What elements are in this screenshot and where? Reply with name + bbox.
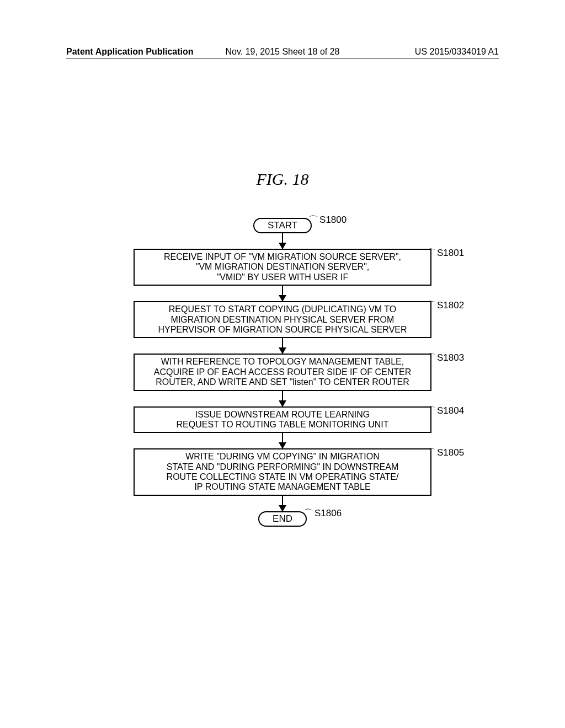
flow-arrow-icon — [282, 433, 283, 448]
flow-step-4-wrap: ISSUE DOWNSTREAM ROUTE LEARNINGREQUEST T… — [134, 406, 431, 433]
bracket-icon: ⌒ — [426, 249, 436, 257]
flow-arrow-icon — [282, 496, 283, 511]
bracket-icon: ⌒ — [426, 354, 436, 362]
bracket-icon: ⌒ — [426, 302, 436, 309]
step-id: S1805 — [437, 447, 464, 458]
flow-step-5-wrap: WRITE "DURING VM COPYING" IN MIGRATIONST… — [134, 448, 431, 496]
step-id: S1800 — [319, 215, 347, 226]
step-label-5: ⌒ S1805 — [426, 447, 464, 458]
bracket-icon: ⌒ — [303, 510, 313, 517]
flow-arrow-icon — [282, 233, 283, 249]
flow-step-1-wrap: RECEIVE INPUT OF "VM MIGRATION SOURCE SE… — [134, 249, 431, 286]
flow-arrow-icon — [282, 338, 283, 354]
flow-end-wrap: END ⌒ S1806 — [258, 511, 307, 527]
bracket-icon: ⌒ — [426, 449, 436, 457]
header-date-sheet: Nov. 19, 2015 Sheet 18 of 28 — [226, 47, 340, 57]
flow-step-3: WITH REFERENCE TO TOPOLOGY MANAGEMENT TA… — [134, 354, 431, 390]
step-id: S1803 — [437, 352, 464, 363]
bracket-icon: ⌒ — [426, 407, 436, 415]
step-id: S1806 — [315, 508, 342, 519]
flow-start-wrap: START ⌒ S1800 — [253, 218, 312, 233]
flow-step-4: ISSUE DOWNSTREAM ROUTE LEARNINGREQUEST T… — [134, 406, 431, 433]
step-id: S1802 — [437, 300, 464, 311]
step-id: S1801 — [437, 248, 464, 259]
flow-step-3-wrap: WITH REFERENCE TO TOPOLOGY MANAGEMENT TA… — [134, 354, 431, 390]
header-publication: Patent Application Publication — [66, 47, 194, 57]
flow-end: END — [258, 511, 307, 527]
step-label-4: ⌒ S1804 — [426, 405, 464, 416]
flow-arrow-icon — [282, 391, 283, 406]
header-patent-number: US 2015/0334019 A1 — [415, 47, 499, 57]
page-header: Patent Application Publication Nov. 19, … — [66, 47, 499, 58]
step-label-2: ⌒ S1802 — [426, 300, 464, 311]
flow-start: START — [253, 218, 312, 233]
step-id: S1804 — [437, 405, 464, 416]
flow-arrow-icon — [282, 286, 283, 301]
step-label-start: ⌒ S1800 — [308, 215, 347, 226]
bracket-icon: ⌒ — [308, 216, 318, 224]
step-label-3: ⌒ S1803 — [426, 352, 464, 363]
flowchart: START ⌒ S1800 RECEIVE INPUT OF "VM MIGRA… — [128, 218, 437, 527]
flow-step-1: RECEIVE INPUT OF "VM MIGRATION SOURCE SE… — [134, 249, 431, 286]
flow-step-2: REQUEST TO START COPYING (DUPLICATING) V… — [134, 301, 431, 338]
figure-title: FIG. 18 — [257, 170, 309, 189]
flow-step-5: WRITE "DURING VM COPYING" IN MIGRATIONST… — [134, 448, 431, 496]
step-label-1: ⌒ S1801 — [426, 248, 464, 259]
step-label-end: ⌒ S1806 — [303, 508, 342, 519]
flow-step-2-wrap: REQUEST TO START COPYING (DUPLICATING) V… — [134, 301, 431, 338]
